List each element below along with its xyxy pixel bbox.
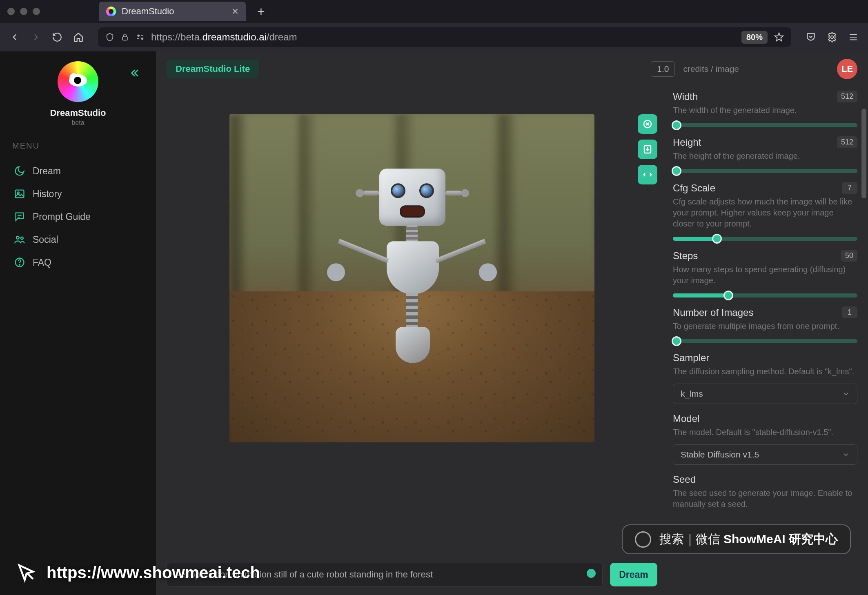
svg-point-7 [21,237,23,240]
sidebar-item-label: History [33,189,62,200]
sidebar-item-label: FAQ [33,257,51,268]
sidebar-item-dream[interactable]: Dream [12,160,144,182]
sidebar-item-social[interactable]: Social [12,228,144,251]
window-titlebar: DreamStudio × + [0,0,868,23]
setting-desc: The seed used to generate your image. En… [673,488,857,510]
setting-height: Height 512 The height of the generated i… [673,136,857,173]
svg-rect-4 [16,190,24,198]
browser-toolbar: https://beta.dreamstudio.ai/dream 80% [0,23,868,51]
moon-icon [14,165,25,177]
brand-subtitle: beta [71,119,84,127]
setting-value-badge: 7 [842,182,857,194]
image-regenerate-button[interactable] [638,165,657,184]
height-slider[interactable] [673,169,857,173]
minimize-window-button[interactable] [20,8,27,15]
model-select[interactable]: Stable Diffusion v1.5 [673,444,857,465]
sidebar-item-faq[interactable]: FAQ [12,251,144,274]
setting-desc: The height of the generated image. [673,151,857,162]
setting-label: Number of Images [673,307,753,318]
sidebar-item-history[interactable]: History [12,182,144,205]
chevron-down-icon [842,451,850,458]
traffic-lights [7,8,40,15]
setting-label: Height [673,137,701,148]
setting-model: Model The model. Default is "stable-diff… [673,413,857,465]
svg-rect-0 [122,37,127,40]
setting-label: Sampler [673,352,709,364]
sidebar-item-label: Social [33,234,58,245]
url-text: https://beta.dreamstudio.ai/dream [151,31,297,43]
setting-label: Cfg Scale [673,182,715,194]
setting-desc: The width of the generated image. [673,105,857,116]
setting-label: Steps [673,250,698,262]
maximize-window-button[interactable] [33,8,40,15]
menu-icon[interactable] [848,31,859,43]
favicon-icon [106,7,116,16]
brand-name: DreamStudio [50,108,106,118]
reload-button[interactable] [51,31,63,43]
users-icon [14,234,25,245]
brand-logo-icon [58,61,98,102]
setting-seed: Seed The seed used to generate your imag… [673,474,857,510]
steps-slider[interactable] [673,293,857,298]
image-download-button[interactable] [638,140,657,159]
sampler-select[interactable]: k_lms [673,384,857,404]
close-window-button[interactable] [7,8,15,15]
credits-value: 1.0 [651,61,675,77]
download-icon [643,144,652,154]
prompt-status-dot-icon [587,569,596,578]
setting-num-images: Number of Images 1 To generate multiple … [673,306,857,343]
setting-sampler: Sampler The diffusion sampling method. D… [673,352,857,404]
image-close-button[interactable] [638,114,657,134]
permissions-icon [136,33,145,42]
watermark-footer: https://www.showmeai.tech [16,562,260,584]
search-circle-icon [635,531,651,548]
setting-desc: How many steps to spend generating (diff… [673,264,857,286]
tab-title: DreamStudio [122,6,226,17]
setting-steps: Steps 50 How many steps to spend generat… [673,250,857,298]
collapse-sidebar-button[interactable] [128,67,140,81]
sidebar-item-label: Dream [33,166,61,177]
menu-section-label: MENU [12,141,144,151]
num-images-slider[interactable] [673,339,857,343]
forward-button[interactable] [30,31,42,43]
watermark-url: https://www.showmeai.tech [47,564,260,582]
help-icon [14,257,25,268]
home-button[interactable] [73,31,84,43]
svg-point-3 [831,36,834,39]
dream-button[interactable]: Dream [610,563,657,586]
chat-icon [14,211,25,222]
scrollbar[interactable] [861,109,866,198]
setting-desc: Cfg scale adjusts how much the image wil… [673,196,857,229]
setting-desc: The model. Default is "stable-diffusion-… [673,427,857,438]
setting-value-badge: 50 [841,250,857,262]
main-area: DreamStudio Lite 1.0 credits / image LE [156,51,868,595]
app-mode-tag[interactable]: DreamStudio Lite [167,60,259,78]
back-button[interactable] [9,31,20,43]
sidebar-item-label: Prompt Guide [33,211,91,222]
zoom-badge[interactable]: 80% [741,31,768,44]
bookmark-star-icon[interactable] [774,32,784,42]
image-icon [14,188,25,200]
cfg-slider[interactable] [673,237,857,241]
shield-icon [105,33,114,42]
browser-tab[interactable]: DreamStudio × [99,2,246,21]
watermark-pill: 搜索｜微信 ShowMeAI 研究中心 [622,524,851,554]
url-bar[interactable]: https://beta.dreamstudio.ai/dream 80% [98,27,791,47]
setting-desc: The diffusion sampling method. Default i… [673,366,857,377]
canvas-area: A stop-motion animation still of a cute … [156,87,668,595]
new-tab-button[interactable]: + [257,4,265,19]
close-tab-icon[interactable]: × [232,5,238,18]
pocket-icon[interactable] [805,31,817,43]
setting-value-badge: 512 [837,136,857,148]
lock-icon [121,33,129,41]
setting-desc: To generate multiple images from one pro… [673,321,857,332]
width-slider[interactable] [673,123,857,127]
extensions-icon[interactable] [826,31,838,43]
svg-point-9 [19,264,20,265]
cursor-icon [16,562,38,584]
user-avatar[interactable]: LE [837,59,857,79]
sidebar-item-prompt-guide[interactable]: Prompt Guide [12,205,144,228]
generated-image[interactable] [229,114,594,442]
setting-cfg-scale: Cfg Scale 7 Cfg scale adjusts how much t… [673,182,857,241]
select-value: Stable Diffusion v1.5 [681,450,759,460]
